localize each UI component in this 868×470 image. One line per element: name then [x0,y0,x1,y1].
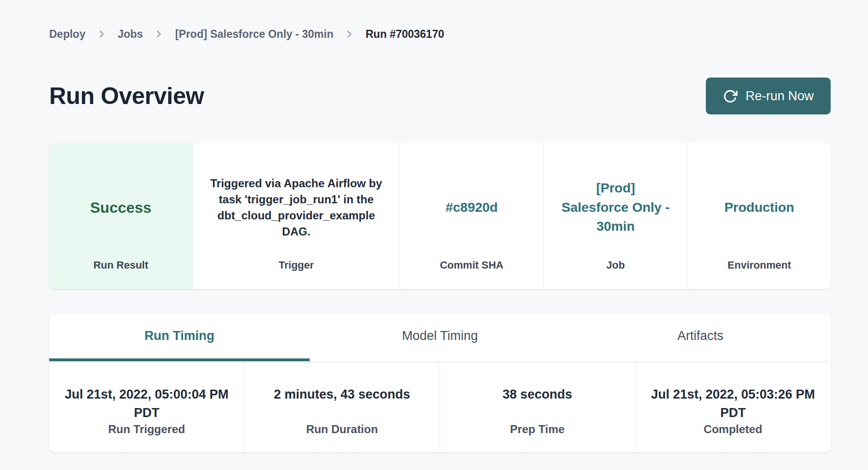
run-result-value: Success [90,199,152,217]
run-duration-label: Run Duration [306,422,378,436]
run-detail-card: Run Timing Model Timing Artifacts Jul 21… [49,313,831,453]
breadcrumb-item-deploy[interactable]: Deploy [49,27,86,41]
page-title: Run Overview [49,82,204,110]
run-duration-value: 2 minutes, 43 seconds [274,385,410,422]
completed-label: Completed [703,422,762,436]
tab-bar: Run Timing Model Timing Artifacts [49,313,831,362]
summary-cell-environment: Production Environment [688,143,831,289]
chevron-right-icon [344,28,355,40]
commit-sha-label: Commit SHA [400,259,543,289]
run-triggered-value: Jul 21st, 2022, 05:00:04 PM PDT [57,385,236,422]
environment-label: Environment [688,259,831,289]
breadcrumb: Deploy Jobs [Prod] Salesforce Only - 30m… [49,0,831,41]
run-summary-card: Success Run Result Triggered via Apache … [49,143,831,289]
tab-run-timing[interactable]: Run Timing [49,313,310,361]
job-label: Job [544,259,687,289]
chevron-right-icon [96,28,107,40]
run-result-label: Run Result [49,259,192,289]
header: Run Overview Re-run Now [49,78,831,114]
trigger-label: Trigger [193,259,399,289]
rotate-cw-icon [723,89,738,104]
summary-cell-run-result: Success Run Result [49,143,193,289]
timing-cell-prep-time: 38 seconds Prep Time [440,362,635,453]
rerun-now-label: Re-run Now [746,89,814,104]
chevron-right-icon [153,28,165,40]
commit-sha-link[interactable]: #c8920d [445,198,498,218]
prep-time-value: 38 seconds [503,385,572,422]
timing-cell-run-triggered: Jul 21st, 2022, 05:00:04 PM PDT Run Trig… [49,362,244,453]
trigger-value: Triggered via Apache Airflow by task 'tr… [208,175,384,240]
tab-artifacts[interactable]: Artifacts [570,313,831,361]
summary-cell-commit-sha: #c8920d Commit SHA [400,143,544,289]
breadcrumb-item-jobs[interactable]: Jobs [118,27,143,41]
tab-model-timing[interactable]: Model Timing [310,313,570,361]
timing-cell-completed: Jul 21st, 2022, 05:03:26 PM PDT Complete… [635,362,831,453]
breadcrumb-item-run-number: Run #70036170 [365,27,444,41]
rerun-now-button[interactable]: Re-run Now [706,78,831,114]
run-overview-page: Deploy Jobs [Prod] Salesforce Only - 30m… [0,0,868,470]
breadcrumb-item-job-name[interactable]: [Prod] Salesforce Only - 30min [175,27,333,41]
timing-cell-run-duration: 2 minutes, 43 seconds Run Duration [244,362,440,453]
summary-cell-trigger: Triggered via Apache Airflow by task 'tr… [193,143,400,289]
job-link[interactable]: [Prod] Salesforce Only - 30min [561,179,670,236]
environment-link[interactable]: Production [724,198,794,218]
run-triggered-label: Run Triggered [108,422,185,436]
summary-cell-job: [Prod] Salesforce Only - 30min Job [544,143,688,289]
prep-time-label: Prep Time [510,422,565,436]
run-timing-panel: Jul 21st, 2022, 05:00:04 PM PDT Run Trig… [49,362,831,453]
completed-value: Jul 21st, 2022, 05:03:26 PM PDT [643,385,823,422]
